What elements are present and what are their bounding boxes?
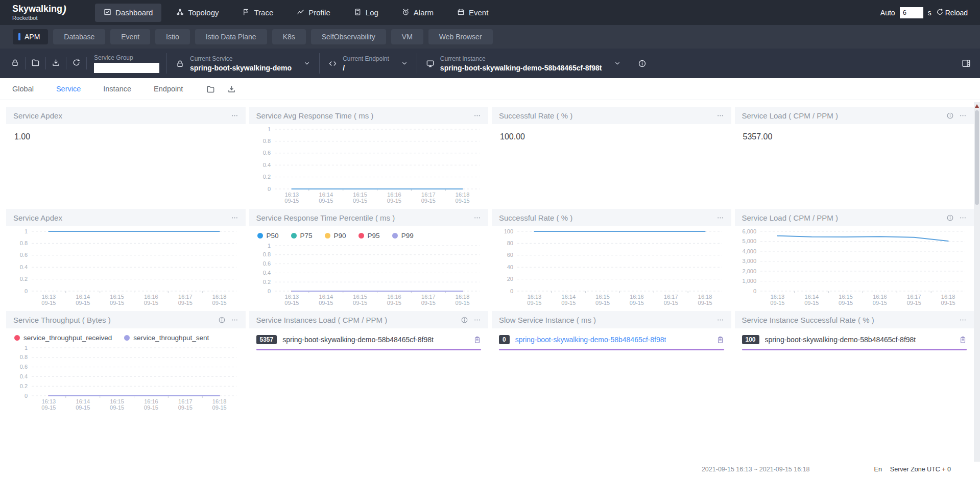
reload-button[interactable]: Reload [936,8,968,17]
more-icon[interactable] [473,316,481,324]
scrollbar-thumb[interactable] [975,110,979,205]
page-tab-istio-data-plane[interactable]: Istio Data Plane [195,29,267,44]
selector-current-service[interactable]: Current Servicespring-boot-skywalking-de… [166,53,319,74]
info-icon[interactable] [946,214,954,222]
folder-icon[interactable] [206,85,215,93]
svg-text:09-15: 09-15 [770,300,784,306]
page-tab-database[interactable]: Database [53,29,105,44]
clipboard-icon[interactable] [473,336,481,344]
page-tab-k8s[interactable]: K8s [272,29,306,44]
svg-text:09-15: 09-15 [455,300,469,306]
more-icon[interactable] [959,214,967,222]
card-service-instances-load-cpm-ppm: Service Instances Load ( CPM / PPM )5357… [249,311,489,413]
more-icon[interactable] [231,316,238,324]
nav-item-log[interactable]: Log [345,4,387,22]
nav-item-profile[interactable]: Profile [288,4,339,22]
logo[interactable]: Skywalking) Rocketbot [12,4,66,21]
legend-label: P75 [300,232,313,240]
selector-current-instance[interactable]: Current Instancespring-boot-skywalking-d… [417,53,630,74]
card-service-avg-response-time-ms: Service Avg Response Time ( ms )00.20.40… [249,107,489,206]
page-tab-label: K8s [283,33,295,41]
svg-text:0.8: 0.8 [20,354,28,360]
auto-interval-input[interactable] [900,7,923,18]
nav-item-topology[interactable]: Topology [168,4,227,22]
card-header: Service Instances Load ( CPM / PPM ) [249,311,489,328]
nav-item-trace[interactable]: Trace [233,4,282,22]
page-tab-istio[interactable]: Istio [155,29,190,44]
card-body: 0spring-boot-skywalking-demo-58b48465cf-… [492,328,731,413]
language-selector[interactable]: En [874,466,882,473]
export-icon[interactable] [227,85,236,93]
nav-item-dashboard[interactable]: Dashboard [95,4,161,22]
card-header-icons [716,112,724,120]
panel-toggle-icon[interactable] [962,59,971,68]
more-icon[interactable] [473,214,481,222]
logo-swoosh-icon: ) [61,4,67,15]
svg-text:09-15: 09-15 [804,300,819,306]
svg-text:0.6: 0.6 [262,150,270,156]
legend-item-p95[interactable]: P95 [358,232,380,240]
page-tab-label: APM [25,33,40,41]
clipboard-icon[interactable] [959,336,967,344]
tool-folder-button[interactable] [26,57,46,69]
card-header-icons [946,112,967,120]
more-icon[interactable] [231,214,238,222]
legend-item-p75[interactable]: P75 [291,232,313,240]
legend-item-p50[interactable]: P50 [257,232,279,240]
tool-lock-button[interactable] [5,57,26,69]
more-icon[interactable] [716,316,724,324]
scroll-up-arrow-icon[interactable] [975,104,979,108]
service-group-input[interactable] [94,63,159,73]
page-tab-vm[interactable]: VM [391,29,423,44]
clipboard-icon[interactable] [716,336,724,344]
instance-name[interactable]: spring-boot-skywalking-demo-58b48465cf-8… [515,336,666,344]
tool-export-button[interactable] [46,57,66,69]
view-tab-service[interactable]: Service [56,85,81,93]
card-header: Service Apdex [6,209,246,226]
info-icon[interactable] [461,316,468,324]
info-icon[interactable] [946,112,954,120]
more-icon[interactable] [716,112,724,120]
card-title: Service Load ( CPM / PPM ) [742,111,838,120]
nav-item-alarm[interactable]: Alarm [393,4,442,22]
selector-current-endpoint[interactable]: Current Endpoint/ [319,53,417,74]
page-tab-web-browser[interactable]: Web Browser [428,29,493,44]
card-body: 00.20.40.60.8116:1309-1516:1409-1516:150… [249,124,489,206]
legend-item-p90[interactable]: P90 [325,232,346,240]
instance-info-icon[interactable] [638,59,647,68]
selector-text: Current Instancespring-boot-skywalking-d… [440,55,602,72]
server-zone-selector[interactable]: Server Zone UTC + 0 [890,466,951,473]
nav-item-event[interactable]: Event [448,4,497,22]
page-tab-event[interactable]: Event [110,29,150,44]
more-icon[interactable] [959,316,967,324]
svg-text:09-15: 09-15 [144,404,158,411]
more-icon[interactable] [231,112,238,120]
more-icon[interactable] [959,112,967,120]
legend-dot [358,233,364,238]
view-tab-endpoint[interactable]: Endpoint [154,85,183,93]
svg-text:09-15: 09-15 [178,404,193,411]
svg-text:1: 1 [267,126,270,132]
more-icon[interactable] [716,214,724,222]
tool-refresh-button[interactable] [66,57,87,69]
vertical-scrollbar[interactable] [974,102,980,470]
view-tab-instance[interactable]: Instance [103,85,131,93]
card-title: Slow Service Instance ( ms ) [499,316,596,324]
legend-item-service_throughput_sent[interactable]: service_throughput_sent [124,334,209,342]
svg-text:09-15: 09-15 [421,198,435,204]
legend-item-service_throughput_received[interactable]: service_throughput_received [14,334,112,342]
logo-subtitle: Rocketbot [12,15,66,21]
page-tab-selfobservability[interactable]: SelfObservability [311,29,386,44]
page-tab-apm[interactable]: APM [13,29,48,44]
folder-icon [31,58,40,69]
svg-text:16:15: 16:15 [110,398,124,404]
page-tab-label: Event [121,33,139,41]
legend-item-p99[interactable]: P99 [392,232,414,240]
main-nav: DashboardTopologyTraceProfileLogAlarmEve… [95,4,497,22]
svg-text:09-15: 09-15 [527,300,541,306]
more-icon[interactable] [473,112,481,120]
svg-text:16:15: 16:15 [353,192,367,198]
info-icon[interactable] [218,316,226,324]
instance-value-badge: 100 [742,335,759,344]
view-tab-global[interactable]: Global [12,85,34,93]
